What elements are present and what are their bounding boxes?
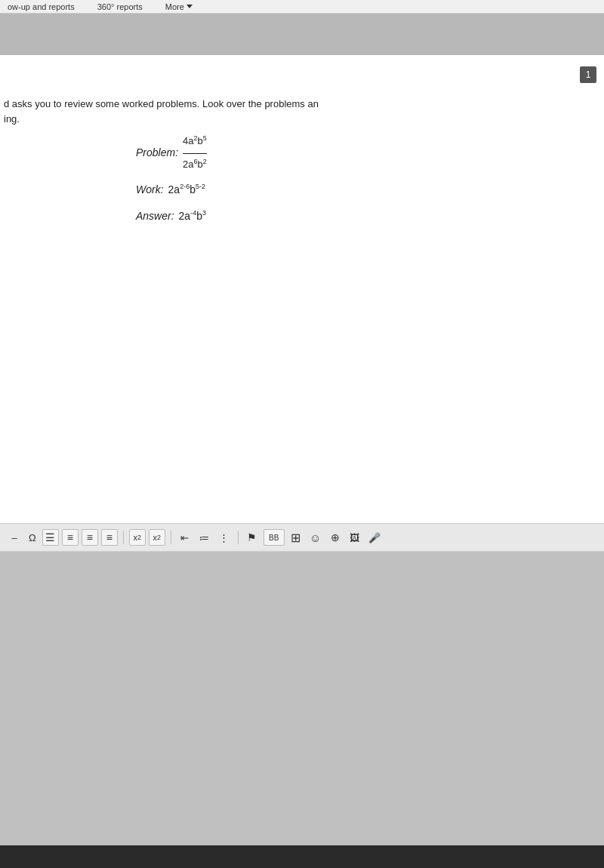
top-nav-bar: ow-up and reports 360° reports More bbox=[0, 0, 604, 14]
more-label: More bbox=[165, 2, 184, 11]
toolbar-image-button[interactable]: 🖼 bbox=[347, 529, 363, 546]
answer-line: Answer: 2a-4b3 bbox=[136, 205, 207, 228]
toolbar-emoji-button[interactable]: ☺ bbox=[307, 529, 324, 546]
toolbar-separator-1 bbox=[123, 531, 124, 544]
toolbar-align-right-button[interactable]: ≡ bbox=[82, 529, 98, 546]
intro-text: d asks you to review some worked problem… bbox=[0, 97, 322, 126]
fraction-numerator: 4a2b5 bbox=[183, 131, 207, 154]
chevron-down-icon bbox=[186, 5, 193, 8]
problem-fraction: 4a2b5 2a6b2 bbox=[183, 131, 207, 175]
nav-more-menu[interactable]: More bbox=[165, 2, 193, 11]
answer-expression: 2a-4b3 bbox=[179, 205, 206, 228]
fraction-denominator: 2a6b2 bbox=[183, 154, 207, 176]
intro-line1: d asks you to review some worked problem… bbox=[4, 97, 319, 112]
toolbar-table-button[interactable]: ⊞ bbox=[288, 529, 304, 546]
toolbar-globe-button[interactable]: ⊕ bbox=[327, 529, 344, 546]
toolbar-unordered-list-button[interactable]: ⋮ bbox=[216, 529, 233, 546]
toolbar-align-left-button[interactable]: ☰ bbox=[42, 529, 59, 546]
toolbar-bb-button[interactable]: BB bbox=[263, 529, 285, 546]
toolbar-dash[interactable]: – bbox=[6, 529, 23, 546]
toolbar-separator-3 bbox=[238, 531, 239, 544]
toolbar-align-center-button[interactable]: ≡ bbox=[62, 529, 79, 546]
bottom-gray-area bbox=[0, 552, 604, 868]
answer-label: Answer: bbox=[136, 205, 174, 228]
work-line: Work: 2a2-6b5-2 bbox=[136, 178, 207, 202]
problem-label: Problem: bbox=[136, 141, 178, 165]
math-content-block: Problem: 4a2b5 2a6b2 Work: 2a2-6b5-2 Ans… bbox=[136, 131, 207, 231]
toolbar-mic-button[interactable]: 🎤 bbox=[366, 529, 383, 546]
toolbar-indent-decrease-button[interactable]: ⇤ bbox=[177, 529, 193, 546]
work-label: Work: bbox=[136, 178, 164, 202]
header-band bbox=[0, 14, 604, 55]
page-number-badge: 1 bbox=[580, 66, 596, 83]
work-expression: 2a2-6b5-2 bbox=[168, 178, 205, 202]
nav-360-reports[interactable]: 360° reports bbox=[97, 2, 143, 11]
toolbar-subscript-button[interactable]: x2 bbox=[129, 529, 146, 546]
content-area: 1 d asks you to review some worked probl… bbox=[0, 55, 604, 523]
editor-toolbar: – Ω ☰ ≡ ≡ ≡ x2 x2 ⇤ ≔ ⋮ ⚑ BB ⊞ ☺ ⊕ 🖼 🎤 bbox=[0, 523, 604, 552]
toolbar-justify-button[interactable]: ≡ bbox=[101, 529, 118, 546]
toolbar-ordered-list-button[interactable]: ≔ bbox=[196, 529, 213, 546]
intro-line2: ing. bbox=[4, 112, 319, 127]
toolbar-separator-2 bbox=[171, 531, 171, 544]
toolbar-omega-button[interactable]: Ω bbox=[26, 531, 39, 545]
toolbar-superscript-button[interactable]: x2 bbox=[149, 529, 165, 546]
bottom-dark-bar bbox=[0, 845, 604, 868]
problem-line: Problem: 4a2b5 2a6b2 bbox=[136, 131, 207, 175]
toolbar-flag-button[interactable]: ⚑ bbox=[244, 529, 260, 546]
nav-followup-reports[interactable]: ow-up and reports bbox=[8, 2, 75, 11]
